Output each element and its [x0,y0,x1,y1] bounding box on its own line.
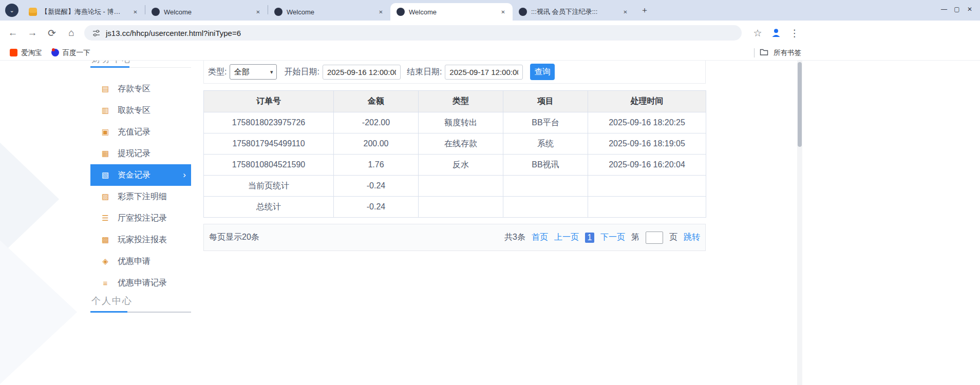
room-bets-icon: ☰ [101,214,110,223]
cell-type: 反水 [419,155,503,176]
tab-welcome-2[interactable]: Welcome ✕ [268,3,390,21]
end-date-input[interactable] [445,65,523,80]
forward-button[interactable]: → [23,24,42,42]
prev-page-link[interactable]: 上一页 [554,232,579,243]
scrollbar-thumb[interactable] [798,62,802,147]
minimize-button[interactable]: — [938,3,950,15]
url-text[interactable]: js13.cc/hhcp/usercenter.html?iniType=6 [106,29,241,37]
chevron-down-icon: ⌄ [9,7,14,14]
tab-title: 【新提醒】海燕论坛 - 博学交... [41,7,127,16]
home-button[interactable]: ⌂ [62,24,81,42]
records-table: 订单号 金额 类型 项目 处理时间 1758018023975726 -202.… [203,90,706,218]
back-button[interactable]: ← [3,24,23,42]
bookmark-aitaobao[interactable]: 爱淘宝 [5,46,47,60]
sidebar-item-label: 提现记录 [118,148,150,159]
sidebar-item-withdrawal-record[interactable]: ▦ 提现记录 [90,143,191,164]
cell-project: BB平台 [503,112,588,133]
tab-title: Welcome [287,8,372,16]
new-tab-button[interactable]: ＋ [638,4,651,17]
withdraw-icon: ▥ [101,106,110,115]
browser-menu-icon[interactable]: ⋮ [785,24,804,42]
decor-triangle [0,240,77,384]
tab-welcome-1[interactable]: Welcome ✕ [145,3,268,21]
current-page[interactable]: 1 [585,233,594,243]
bookmark-label: 百度一下 [63,48,90,57]
browser-toolbar: ← → ⟳ ⌂ js13.cc/hhcp/usercenter.html?ini… [0,21,980,45]
all-bookmarks-label[interactable]: 所有书签 [774,48,801,57]
recharge-record-icon: ▣ [101,127,110,137]
chevron-right-icon: › [183,170,186,180]
maximize-button[interactable]: ▢ [951,3,963,15]
tab-close-icon[interactable]: ✕ [621,8,630,16]
sidebar-item-withdraw[interactable]: ▥ 取款专区 [90,100,191,121]
player-report-icon: ▩ [101,235,110,244]
cell-type: 额度转出 [419,112,503,133]
sidebar-item-fund-record[interactable]: ▧ 资金记录 › [90,164,191,186]
promo-apply-icon: ◈ [101,257,110,266]
cell-order: 1758017945499110 [204,133,334,155]
withdrawal-record-icon: ▦ [101,149,110,158]
tab-strip: ⌄ 【新提醒】海燕论坛 - 博学交... ✕ Welcome ✕ Welcome… [0,0,980,21]
cell-type: 在线存款 [419,133,503,155]
site-favicon [519,8,527,16]
tab-welcome-active[interactable]: Welcome ✕ [390,3,513,21]
tab-video-records[interactable]: :::视讯 会员下注纪录::: ✕ [513,3,635,21]
tab-title: Welcome [164,8,250,16]
sidebar-item-label: 存款专区 [118,84,150,94]
site-favicon [152,8,160,16]
sidebar-item-promo-record[interactable]: ≡ 优惠申请记录 [90,272,191,294]
page-jump-input[interactable] [646,232,663,244]
sidebar-item-player-report[interactable]: ▩ 玩家投注报表 [90,229,191,251]
folder-icon [760,48,768,58]
fund-record-icon: ▧ [101,170,110,180]
cell-empty [588,176,706,197]
cell-amount: 200.00 [334,133,419,155]
taobao-favicon [10,49,17,56]
sidebar-item-label: 充值记录 [118,127,150,138]
sidebar-item-label: 取款专区 [118,105,150,116]
profile-avatar[interactable] [767,24,785,42]
tab-close-icon[interactable]: ✕ [131,8,140,16]
tab-close-icon[interactable]: ✕ [376,8,385,16]
browser-window: ⌄ 【新提醒】海燕论坛 - 博学交... ✕ Welcome ✕ Welcome… [0,0,980,385]
start-date-input[interactable] [323,65,401,80]
tab-close-icon[interactable]: ✕ [499,8,507,16]
personal-center-heading[interactable]: 个人中心 [91,295,133,307]
site-favicon [274,8,282,16]
column-header-type: 类型 [419,91,503,112]
cell-project: 系统 [503,133,588,155]
bookmark-baidu[interactable]: 百度一下 [47,46,95,60]
tab-forum[interactable]: 【新提醒】海燕论坛 - 博学交... ✕ [23,3,145,21]
table-row-page-total: 当前页统计 -0.24 [204,176,706,197]
reload-button[interactable]: ⟳ [42,24,62,42]
bookmark-star-icon[interactable]: ☆ [748,24,767,42]
type-select[interactable]: 全部 ▾ [230,64,277,80]
sidebar-item-label: 玩家投注报表 [118,235,167,245]
page-scrollbar[interactable] [797,61,802,385]
sidebar-item-room-bets[interactable]: ☰ 厅室投注记录 [90,207,191,229]
search-button[interactable]: 查询 [530,64,555,80]
sidebar-item-label: 厅室投注记录 [118,213,167,224]
sidebar-item-lottery-bets[interactable]: ▨ 彩票下注明细 [90,186,191,207]
sidebar-item-recharge-record[interactable]: ▣ 充值记录 [90,121,191,143]
sidebar-item-promo-apply[interactable]: ◈ 优惠申请 [90,251,191,272]
sidebar-item-deposit[interactable]: ▤ 存款专区 [90,78,191,100]
bookmarks-right: 所有书签 [754,45,801,61]
address-bar[interactable]: js13.cc/hhcp/usercenter.html?iniType=6 [84,25,742,41]
column-header-time: 处理时间 [588,91,706,112]
bookmark-label: 爱淘宝 [21,48,42,57]
site-info-icon[interactable] [90,27,102,38]
cell-empty [419,176,503,197]
sidebar-menu: ▤ 存款专区 ▥ 取款专区 ▣ 充值记录 ▦ 提现记录 ▧ 资金记录 [90,78,191,294]
tab-search-button[interactable]: ⌄ [5,4,18,17]
next-page-link[interactable]: 下一页 [600,232,625,243]
tab-close-icon[interactable]: ✕ [254,8,262,16]
cell-amount: -202.00 [334,112,419,133]
total-count: 共3条 [504,232,525,243]
close-button[interactable]: ✕ [964,3,976,15]
main-content: 类型: 全部 ▾ 开始日期: 结束日期: 查询 订单号 金额 类型 项目 [203,61,706,84]
cell-time: 2025-09-16 18:19:05 [588,133,706,155]
jump-link[interactable]: 跳转 [684,232,700,243]
cell-time: 2025-09-16 16:20:04 [588,155,706,176]
first-page-link[interactable]: 首页 [532,232,548,243]
